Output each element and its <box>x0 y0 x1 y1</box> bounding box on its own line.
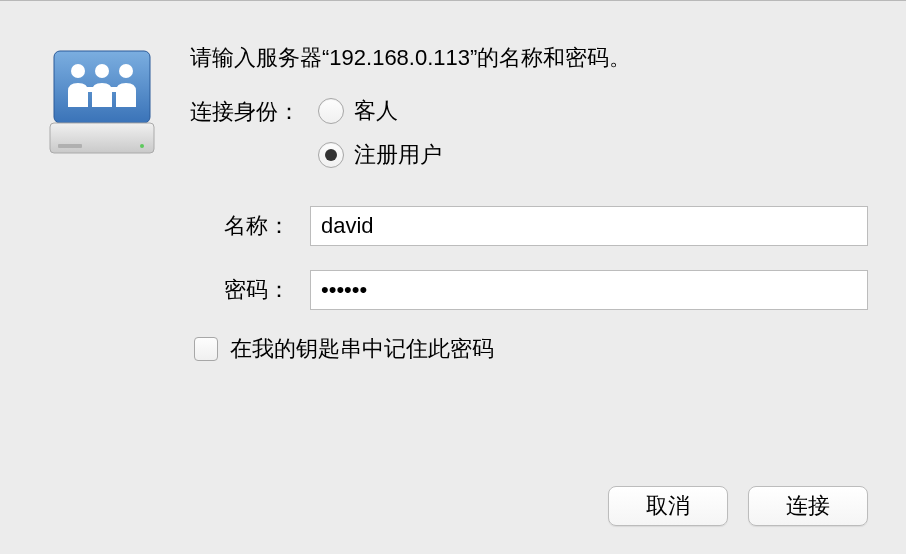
name-input[interactable] <box>310 206 868 246</box>
svg-point-7 <box>140 144 144 148</box>
svg-point-3 <box>119 64 133 78</box>
svg-rect-5 <box>108 87 120 92</box>
radio-icon <box>318 98 344 124</box>
connect-to-server-dialog: 请输入服务器“192.168.0.113”的名称和密码。 连接身份： 客人 注册… <box>0 0 906 554</box>
svg-rect-4 <box>84 87 96 92</box>
remember-password-label: 在我的钥匙串中记住此密码 <box>230 334 494 364</box>
svg-point-1 <box>71 64 85 78</box>
identity-guest-option[interactable]: 客人 <box>318 96 442 126</box>
cancel-button[interactable]: 取消 <box>608 486 728 526</box>
prompt-text: 请输入服务器“192.168.0.113”的名称和密码。 <box>190 43 868 74</box>
svg-point-2 <box>95 64 109 78</box>
radio-icon <box>318 142 344 168</box>
name-label: 名称： <box>190 211 290 241</box>
password-label: 密码： <box>190 275 290 305</box>
svg-rect-8 <box>58 144 82 148</box>
password-input[interactable] <box>310 270 868 310</box>
network-share-icon <box>44 43 160 159</box>
connect-button[interactable]: 连接 <box>748 486 868 526</box>
svg-rect-6 <box>50 123 154 153</box>
identity-label: 连接身份： <box>190 96 300 127</box>
identity-registered-option[interactable]: 注册用户 <box>318 140 442 170</box>
identity-registered-label: 注册用户 <box>354 140 442 170</box>
identity-guest-label: 客人 <box>354 96 398 126</box>
remember-password-checkbox[interactable] <box>194 337 218 361</box>
